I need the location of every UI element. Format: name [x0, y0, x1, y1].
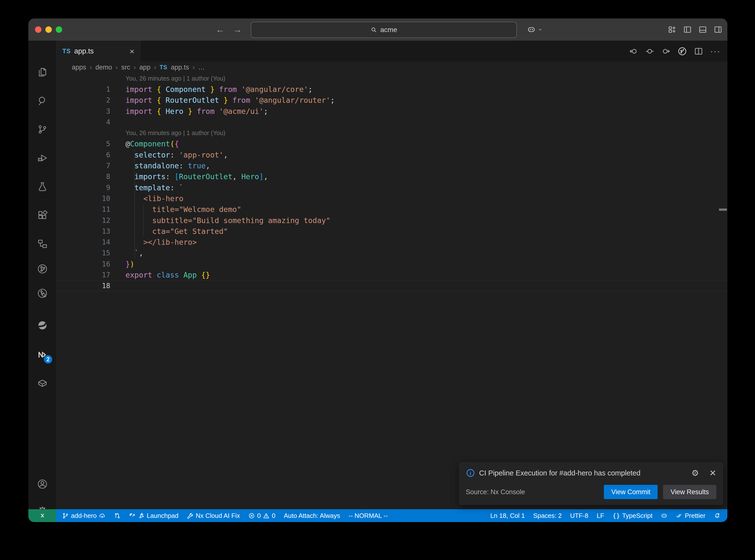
notification-title: CI Pipeline Execution for #add-hero has … [479, 469, 641, 477]
code-text: @Component({ [125, 139, 179, 149]
breadcrumb-item[interactable]: … [198, 64, 205, 71]
launchpad-item[interactable]: Launchpad [129, 512, 179, 520]
tab-app-ts[interactable]: TS app.ts × [57, 41, 141, 62]
notification-settings-icon[interactable]: ⚙ [691, 468, 699, 478]
vscode-window: ← → acme [28, 19, 728, 522]
problems-item[interactable]: 0 0 [248, 512, 275, 520]
publish-cloud-icon [99, 513, 105, 519]
indent-guide [134, 226, 135, 237]
next-change-icon[interactable] [661, 46, 671, 56]
git-branch-item[interactable]: add-hero [62, 512, 105, 520]
explorer-icon[interactable] [28, 60, 56, 84]
typescript-file-icon: TS [62, 47, 71, 55]
language-mode-item[interactable]: {} TypeScript [613, 512, 652, 520]
previous-change-icon[interactable] [629, 46, 638, 56]
breadcrumb-item[interactable]: demo [95, 64, 112, 71]
nx-console-icon[interactable]: 2 [28, 343, 56, 366]
notifications-bell-icon[interactable] [714, 513, 720, 519]
breadcrumb-item[interactable]: app.ts [171, 64, 189, 71]
indent-guide [134, 182, 135, 193]
warning-count: 0 [272, 512, 275, 520]
tab-bar: TS app.ts × ··· [57, 41, 728, 62]
code-line: 3import { Hero } from '@acme/ui'; [57, 106, 728, 117]
gitlens-graph-icon[interactable] [678, 46, 687, 56]
title-bar: ← → acme [28, 19, 728, 41]
run-debug-icon[interactable] [28, 146, 56, 170]
code-line: 6 selector: 'app-root', [57, 149, 728, 160]
toggle-panel-icon[interactable] [698, 25, 707, 34]
container-tools-icon[interactable] [28, 372, 56, 395]
more-actions-icon[interactable]: ··· [710, 46, 720, 57]
changes-icon[interactable] [645, 46, 654, 56]
history-back-icon[interactable]: ← [216, 24, 225, 35]
line-number: 8 [57, 173, 110, 181]
split-editor-icon[interactable] [694, 46, 703, 56]
gitlens-icon[interactable] [28, 257, 56, 281]
auto-attach-item[interactable]: Auto Attach: Always [284, 512, 340, 520]
toggle-secondary-sidebar-icon[interactable] [714, 25, 722, 34]
toggle-primary-sidebar-icon[interactable] [683, 25, 692, 34]
notification-close-icon[interactable]: ✕ [709, 468, 717, 478]
notification-toast: CI Pipeline Execution for #add-hero has … [459, 462, 723, 505]
customize-layout-icon[interactable] [668, 25, 677, 34]
code-text: title="Welcmoe demo" [125, 204, 241, 215]
close-window-button[interactable] [35, 26, 41, 33]
search-sidebar-icon[interactable] [28, 89, 56, 113]
nx-cloud-ai-fix-item[interactable]: Nx Cloud AI Fix [187, 512, 240, 520]
code-line: 16}) [57, 259, 728, 269]
line-number: 14 [57, 238, 110, 246]
account-icon[interactable] [28, 472, 56, 496]
encoding-item[interactable]: UTF-8 [570, 512, 588, 520]
code-editor[interactable]: You, 26 minutes ago | 1 author (You)1imp… [57, 73, 728, 509]
breadcrumb-separator: › [115, 63, 118, 71]
indent-guide [134, 248, 135, 259]
remote-indicator[interactable] [28, 509, 56, 522]
code-text: selector: 'app-root', [125, 149, 228, 160]
line-number: 7 [57, 162, 110, 170]
code-line: 4 [57, 117, 728, 127]
command-center-search[interactable]: acme [251, 22, 517, 38]
code-text: `, [125, 248, 143, 259]
breadcrumb-separator: › [134, 63, 136, 71]
line-number: 15 [57, 249, 110, 257]
line-number: 5 [57, 140, 110, 148]
indentation-item[interactable]: Spaces: 2 [533, 512, 562, 520]
history-forward-icon[interactable]: → [233, 24, 242, 35]
breadcrumb-item[interactable]: apps [72, 64, 86, 71]
view-results-button[interactable]: View Results [663, 485, 716, 499]
gitlens-inspect-icon[interactable] [28, 281, 56, 305]
line-number: 10 [57, 195, 110, 203]
info-icon [466, 468, 475, 478]
code-line: 13 cta="Get Started" [57, 226, 728, 237]
indent-guide [143, 204, 144, 215]
source-control-icon[interactable] [28, 118, 56, 141]
code-line: 12 subtitle="Build something amazing tod… [57, 215, 728, 226]
view-commit-button[interactable]: View Commit [604, 485, 658, 499]
project-hierarchy-icon[interactable] [28, 232, 56, 256]
maximize-window-button[interactable] [56, 26, 62, 33]
copilot-status-item[interactable] [661, 513, 668, 519]
eol-item[interactable]: LF [597, 512, 604, 520]
line-number: 13 [57, 227, 110, 235]
code-line: 1import { Component } from '@angular/cor… [57, 84, 728, 95]
minimize-window-button[interactable] [45, 26, 52, 33]
breadcrumb: apps › demo › src › app › TS app.ts › … [57, 62, 728, 73]
testing-icon[interactable] [28, 175, 56, 198]
line-number: 11 [57, 205, 110, 214]
edge-tools-icon[interactable] [28, 314, 56, 337]
breadcrumb-item[interactable]: app [139, 64, 151, 71]
braces-icon: {} [613, 512, 620, 519]
git-compare-item[interactable] [114, 513, 121, 519]
code-line: 7 standalone: true, [57, 160, 728, 171]
traffic-lights [35, 26, 62, 33]
nx-badge: 2 [44, 355, 52, 363]
copilot-icon[interactable] [527, 25, 536, 34]
extensions-icon[interactable] [28, 203, 56, 227]
chevron-down-icon[interactable] [538, 27, 543, 32]
tab-close-icon[interactable]: × [130, 47, 134, 56]
breadcrumb-item[interactable]: src [121, 64, 130, 71]
vim-mode-item[interactable]: -- NORMAL -- [349, 512, 388, 520]
prettier-item[interactable]: Prettier [676, 512, 706, 520]
search-value: acme [380, 26, 397, 34]
cursor-position-item[interactable]: Ln 18, Col 1 [490, 512, 525, 520]
